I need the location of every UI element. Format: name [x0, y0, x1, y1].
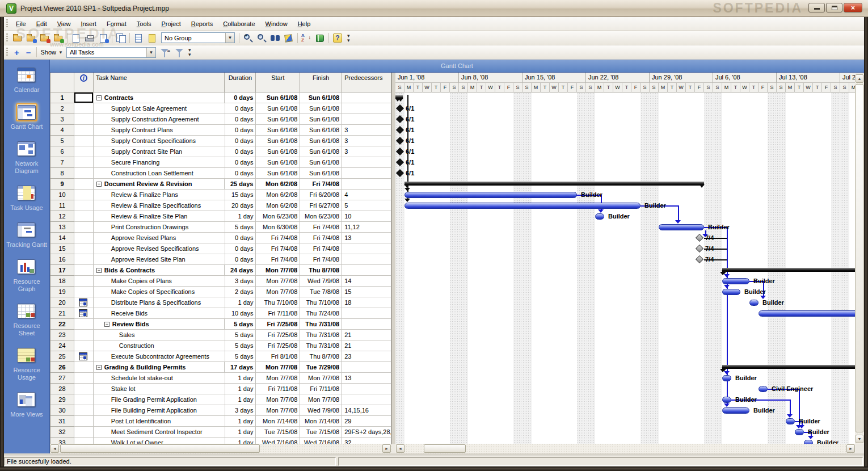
duration-cell[interactable]: 25 days [225, 179, 256, 190]
row-number[interactable]: 5 [50, 136, 74, 146]
folder-check-icon[interactable] [39, 32, 51, 44]
sidebar-item-tracking-gantt[interactable]: Tracking Gantt [4, 221, 49, 249]
info-cell[interactable] [74, 125, 94, 136]
duration-cell[interactable]: 2 days [225, 287, 256, 297]
predecessors-cell[interactable]: 13 [342, 373, 391, 384]
menu-item-file[interactable]: File [11, 18, 31, 30]
row-number[interactable]: 24 [50, 340, 74, 351]
finish-cell[interactable]: Mon 7/14/08 [300, 416, 342, 427]
finish-cell[interactable]: Thu 7/24/08 [300, 308, 342, 319]
start-cell[interactable]: Sun 6/1/08 [256, 136, 300, 146]
task-name-cell[interactable]: Make Copies of Specifications [94, 287, 225, 297]
task-name-cell[interactable]: Approve Revised Site Plan [94, 254, 225, 265]
finish-cell[interactable]: Sun 6/1/08 [300, 136, 342, 146]
menu-item-window[interactable]: Window [260, 18, 293, 30]
predecessors-cell[interactable]: 15 [342, 287, 391, 297]
duration-cell[interactable]: 1 day [225, 297, 256, 308]
row-number[interactable]: 2 [50, 103, 74, 114]
predecessors-cell[interactable] [342, 92, 391, 103]
scroll-left-icon[interactable]: ◄ [50, 444, 59, 453]
info-cell[interactable] [74, 308, 94, 319]
info-cell[interactable] [74, 103, 94, 114]
task-name-cell[interactable]: Supply Construction Agreement [94, 114, 225, 125]
collapse-icon[interactable]: − [96, 365, 102, 370]
info-cell[interactable] [74, 340, 94, 351]
task-name-cell[interactable]: Execute Subcontractor Agreements [94, 351, 225, 362]
info-cell[interactable] [74, 330, 94, 340]
gantt-task-bar-row-27[interactable] [722, 375, 731, 381]
gantt-task-bar-row-19[interactable] [722, 289, 740, 295]
duration-cell[interactable]: 1 day [225, 211, 256, 222]
finish-cell[interactable]: Mon 7/7/08 [300, 394, 342, 405]
task-name-cell[interactable]: Construction [94, 340, 225, 351]
finish-cell[interactable]: Wed 7/9/08 [300, 405, 342, 416]
start-cell[interactable]: Sun 6/1/08 [256, 92, 300, 103]
finish-cell[interactable]: Sun 6/1/08 [300, 157, 342, 168]
task-name-cell[interactable]: Post Lot Identification [94, 416, 225, 427]
gantt-summary-bar-row-26[interactable] [722, 365, 856, 369]
highlight-icon[interactable] [283, 32, 295, 44]
duration-cell[interactable]: 24 days [225, 265, 256, 276]
column-header-i[interactable]: i [74, 73, 94, 92]
row-number[interactable]: 26 [50, 362, 74, 373]
predecessors-cell[interactable]: 21 [342, 330, 391, 340]
column-header-Task Name[interactable]: Task Name [94, 73, 225, 92]
gantt-summary-bar-row-9[interactable] [404, 182, 704, 186]
duration-cell[interactable]: 20 days [225, 200, 256, 211]
book-icon[interactable] [314, 32, 326, 44]
task-name-cell[interactable]: Supply Contract Specifications [94, 136, 225, 146]
expand-tasks-button[interactable]: + [11, 48, 23, 57]
start-cell[interactable]: Fri 7/4/08 [256, 233, 300, 243]
gantt-task-bar-row-28[interactable] [759, 386, 768, 392]
info-cell[interactable] [74, 362, 94, 373]
autofilter-icon[interactable]: = [159, 47, 171, 58]
scroll-right-icon[interactable]: ► [382, 444, 391, 453]
predecessors-cell[interactable]: 21 [342, 340, 391, 351]
predecessors-cell[interactable]: 13 [342, 233, 391, 243]
start-cell[interactable]: Sun 6/1/08 [256, 168, 300, 179]
info-cell[interactable] [74, 265, 94, 276]
duration-cell[interactable]: 3 days [225, 405, 256, 416]
info-cell[interactable] [74, 157, 94, 168]
start-cell[interactable]: Fri 8/1/08 [256, 351, 300, 362]
row-number[interactable]: 9 [50, 179, 74, 190]
finish-cell[interactable]: Sun 6/1/08 [300, 146, 342, 157]
column-header-Predecessors[interactable]: Predecessors [342, 73, 391, 92]
predecessors-cell[interactable]: 11,12 [342, 222, 391, 233]
predecessors-cell[interactable] [342, 157, 391, 168]
menu-item-project[interactable]: Project [156, 18, 186, 30]
finish-cell[interactable]: Sun 6/1/08 [300, 103, 342, 114]
start-cell[interactable]: Mon 7/7/08 [256, 265, 300, 276]
duration-cell[interactable]: 0 days [225, 146, 256, 157]
menu-item-tools[interactable]: Tools [132, 18, 157, 30]
gantt-task-bar-row-21[interactable] [759, 310, 856, 317]
table-chart-splitter[interactable] [391, 73, 395, 444]
start-cell[interactable]: Sun 6/1/08 [256, 157, 300, 168]
row-number[interactable]: 22 [50, 319, 74, 330]
duration-cell[interactable]: 1 day [225, 394, 256, 405]
info-cell[interactable] [74, 222, 94, 233]
start-cell[interactable]: Fri 7/4/08 [256, 254, 300, 265]
gantt-task-bar-row-33[interactable] [804, 440, 813, 444]
start-cell[interactable]: Sun 6/1/08 [256, 125, 300, 136]
info-cell[interactable] [74, 179, 94, 190]
start-cell[interactable]: Mon 6/2/08 [256, 179, 300, 190]
sidebar-item-resource-graph[interactable]: Resource Graph [4, 258, 49, 293]
preview-icon[interactable] [97, 32, 109, 44]
task-name-cell[interactable]: Supply Contract Plans [94, 125, 225, 136]
sidebar-item-calendar[interactable]: Calendar [4, 66, 49, 94]
task-name-cell[interactable]: −Contracts [94, 92, 225, 103]
menu-item-reports[interactable]: Reports [186, 18, 218, 30]
finish-cell[interactable]: Fri 7/4/08 [300, 179, 342, 190]
task-name-cell[interactable]: Walk Lot w/ Owner [94, 438, 225, 444]
row-number[interactable]: 4 [50, 125, 74, 136]
task-name-cell[interactable]: Receive Bids [94, 308, 225, 319]
gantt-task-bar-row-20[interactable] [749, 300, 759, 306]
start-cell[interactable]: Mon 6/23/08 [256, 211, 300, 222]
predecessors-cell[interactable]: 29 [342, 416, 391, 427]
open-icon[interactable] [11, 32, 24, 44]
menu-item-edit[interactable]: Edit [31, 18, 52, 30]
duration-cell[interactable]: 5 days [225, 351, 256, 362]
scroll-left-icon[interactable]: ◄ [396, 444, 404, 453]
scrollbar-thumb[interactable] [60, 444, 260, 453]
